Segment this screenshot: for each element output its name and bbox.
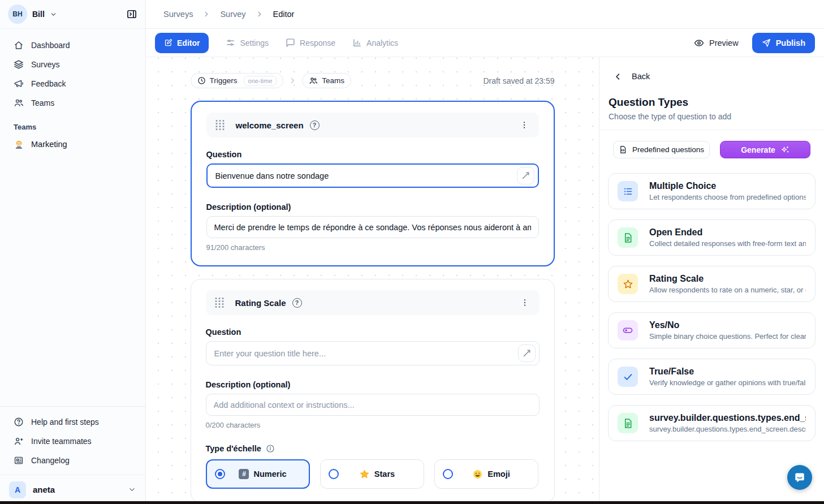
breadcrumb-survey[interactable]: Survey xyxy=(220,10,245,19)
info-icon[interactable] xyxy=(266,444,275,453)
megaphone-icon xyxy=(14,79,24,89)
tab-settings[interactable]: Settings xyxy=(226,38,269,48)
list-icon xyxy=(623,186,633,197)
chevron-down-icon xyxy=(50,11,57,18)
scale-option-label: Stars xyxy=(374,469,395,479)
teams-chip[interactable]: Teams xyxy=(302,73,351,88)
help-circle-icon xyxy=(14,417,24,427)
ai-rewrite-button[interactable] xyxy=(517,167,534,184)
newspaper-icon xyxy=(14,455,24,466)
publish-button[interactable]: Publish xyxy=(752,33,815,53)
trigger-type-badge: one-time xyxy=(244,76,277,86)
type-description: Verify knowledge or gather opinions with… xyxy=(649,378,806,387)
question-card-header: welcome_screen ? xyxy=(206,113,539,137)
preview-label: Preview xyxy=(709,38,739,48)
type-title: survey.builder.questions.types.end_scr..… xyxy=(649,413,806,423)
send-icon xyxy=(762,38,771,48)
description-input[interactable] xyxy=(214,400,532,410)
question-type-rating-scale[interactable]: Rating Scale Allow respondents to rate o… xyxy=(608,266,816,302)
breadcrumb-surveys[interactable]: Surveys xyxy=(163,10,193,19)
edit-icon xyxy=(164,38,172,47)
question-card-welcome-screen[interactable]: welcome_screen ? Question Description xyxy=(191,101,555,266)
type-description: Simple binary choice questions. Perfect … xyxy=(649,332,806,341)
sidebar-item-label: Help and first steps xyxy=(31,417,99,427)
type-description: Let respondents choose from predefined o… xyxy=(649,193,806,201)
chat-launcher-button[interactable] xyxy=(787,465,812,490)
sidebar-item-teams[interactable]: Teams xyxy=(0,93,145,113)
scale-option-emoji[interactable]: Emoji xyxy=(434,459,538,489)
drag-handle-icon[interactable] xyxy=(212,117,228,133)
description-input[interactable] xyxy=(214,223,531,232)
scale-option-stars[interactable]: Stars xyxy=(320,459,424,489)
type-title: Yes/No xyxy=(649,320,806,330)
kebab-menu-icon[interactable] xyxy=(518,296,532,309)
radio-unselected[interactable] xyxy=(329,469,339,479)
file-text-icon xyxy=(623,232,633,243)
eye-icon xyxy=(694,38,704,48)
tab-analytics[interactable]: Analytics xyxy=(352,38,398,48)
question-card-title: Rating Scale xyxy=(235,298,286,308)
question-card-header: Rating Scale ? xyxy=(206,290,540,315)
sidebar-footer: Help and first steps Invite teammates Ch… xyxy=(0,406,145,504)
question-input-wrapper xyxy=(206,341,540,365)
triggers-label: Triggers xyxy=(210,76,238,85)
tab-label: Settings xyxy=(240,38,269,48)
org-switcher[interactable]: A aneta xyxy=(0,475,145,504)
kebab-menu-icon[interactable] xyxy=(517,118,531,132)
type-title: Open Ended xyxy=(649,227,806,238)
description-input-wrapper xyxy=(206,394,540,416)
question-card-rating-scale[interactable]: Rating Scale ? Question Description (o xyxy=(191,279,555,503)
user-plus-icon xyxy=(14,436,24,446)
question-input[interactable] xyxy=(215,171,517,180)
chevron-right-icon xyxy=(202,10,210,18)
char-count: 91/200 characters xyxy=(206,243,539,252)
sidebar-item-feedback[interactable]: Feedback xyxy=(0,74,145,93)
question-label: Question xyxy=(206,328,540,337)
magic-wand-icon xyxy=(523,349,531,357)
ai-rewrite-button[interactable] xyxy=(518,344,536,362)
predefined-questions-button[interactable]: Predefined questions xyxy=(613,141,710,158)
back-button[interactable]: Back xyxy=(608,72,816,81)
sidebar-item-invite[interactable]: Invite teammates xyxy=(0,432,145,451)
question-input-wrapper xyxy=(206,163,539,188)
radio-selected[interactable] xyxy=(215,469,225,479)
radio-unselected[interactable] xyxy=(443,469,453,479)
char-count: 0/200 characters xyxy=(206,421,540,429)
sidebar-item-help[interactable]: Help and first steps xyxy=(0,412,145,432)
sidebar-collapse-button[interactable] xyxy=(126,8,137,20)
panel-title: Question Types xyxy=(608,96,816,109)
question-type-yes-no[interactable]: Yes/No Simple binary choice questions. P… xyxy=(608,312,816,348)
org-name: aneta xyxy=(33,485,55,494)
type-title: True/False xyxy=(649,367,806,377)
description-label: Description (optional) xyxy=(206,203,539,212)
question-types-panel: Back Question Types Choose the type of q… xyxy=(599,57,824,504)
sidebar-item-surveys[interactable]: Surveys xyxy=(0,55,145,74)
tab-response[interactable]: Response xyxy=(286,38,335,48)
type-description: survey.builder.questions.types.end_scree… xyxy=(649,425,806,433)
preview-button[interactable]: Preview xyxy=(694,38,739,48)
teams-chip-label: Teams xyxy=(322,76,344,85)
user-menu[interactable]: BH Bill xyxy=(8,5,57,24)
sidebar-item-changelog[interactable]: Changelog xyxy=(0,451,145,470)
tab-editor[interactable]: Editor xyxy=(155,33,209,53)
question-type-multiple-choice[interactable]: Multiple Choice Let respondents choose f… xyxy=(608,173,816,209)
sidebar-item-team-marketing[interactable]: Marketing xyxy=(0,135,145,154)
triggers-chip[interactable]: Triggers one-time xyxy=(191,73,284,88)
scale-option-numeric[interactable]: # Numeric xyxy=(206,459,310,489)
publish-label: Publish xyxy=(776,38,805,48)
magic-wand-icon xyxy=(521,171,530,180)
generate-button[interactable]: Generate xyxy=(720,141,810,158)
numeric-keycap-icon: # xyxy=(239,469,249,479)
question-input[interactable] xyxy=(214,349,518,358)
help-circle-icon[interactable]: ? xyxy=(310,120,320,130)
help-circle-icon[interactable]: ? xyxy=(292,298,302,308)
window-bottom-edge xyxy=(0,501,824,504)
question-type-open-ended[interactable]: Open Ended Collect detailed responses wi… xyxy=(608,219,816,256)
sidebar-item-dashboard[interactable]: Dashboard xyxy=(0,36,145,55)
question-type-end-screen[interactable]: survey.builder.questions.types.end_scr..… xyxy=(608,405,816,441)
drag-handle-icon[interactable] xyxy=(212,294,227,311)
editor-toolbar: Editor Settings Response Analytics Previ… xyxy=(146,29,824,57)
tab-label: Response xyxy=(300,38,335,48)
tab-label: Editor xyxy=(177,38,200,48)
question-type-true-false[interactable]: True/False Verify knowledge or gather op… xyxy=(608,359,816,395)
